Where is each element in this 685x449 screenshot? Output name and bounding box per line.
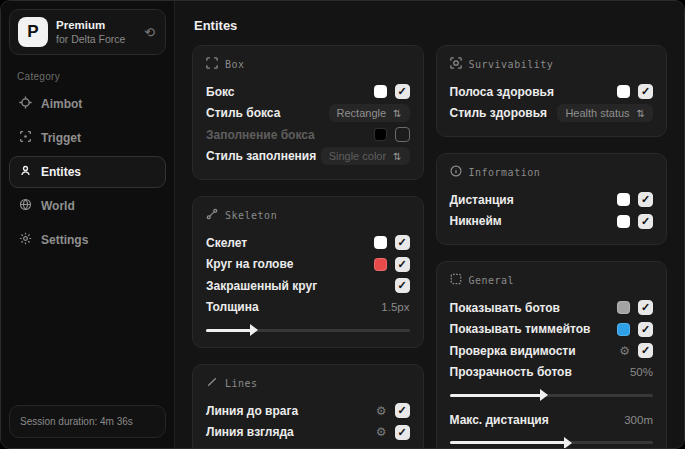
setting-label: Линия взгляда xyxy=(206,425,294,439)
slider-thumb[interactable] xyxy=(250,324,258,336)
check-icon: ✓ xyxy=(397,86,406,97)
setting-row: Круг на голове ✓ xyxy=(206,254,410,276)
check-icon: ✓ xyxy=(397,280,406,291)
chevron-updown-icon: ⇅ xyxy=(393,151,401,162)
check-icon: ✓ xyxy=(641,216,650,227)
panel-skeleton: Skeleton Скелет ✓ Круг на голове ✓ xyxy=(192,196,424,348)
panel-title: Skeleton xyxy=(225,210,277,221)
sidebar-item-aimbot[interactable]: Aimbot xyxy=(9,88,166,120)
slider-thumb[interactable] xyxy=(564,437,572,449)
setting-label: Стиль здоровья xyxy=(450,106,548,120)
bone-icon xyxy=(206,208,218,222)
checkbox[interactable]: ✓ xyxy=(395,257,410,272)
color-swatch[interactable] xyxy=(617,193,630,206)
checkbox[interactable]: ✓ xyxy=(395,403,410,418)
sidebar-item-label: Settings xyxy=(41,233,88,247)
check-icon: ✓ xyxy=(641,324,650,335)
globe-icon xyxy=(19,198,32,214)
setting-label: Бокс xyxy=(206,85,234,99)
slider-value: 1.5px xyxy=(381,301,409,313)
gear-icon[interactable]: ⚙ xyxy=(376,426,387,438)
panel-box: Box Бокс ✓ Стиль бокса Rectangle ⇅ xyxy=(192,45,424,180)
entities-icon xyxy=(19,164,32,180)
sidebar-item-entites[interactable]: Entites xyxy=(9,156,166,188)
setting-label: Закрашенный круг xyxy=(206,279,317,293)
setting-label: Показывать ботов xyxy=(450,301,560,315)
sidebar-item-settings[interactable]: Settings xyxy=(9,224,166,256)
setting-label: Круг на голове xyxy=(206,257,293,271)
panel-survivability: Survivability Полоса здоровья ✓ Стиль зд… xyxy=(436,45,668,137)
checkbox[interactable]: ✓ xyxy=(638,214,653,229)
gear-icon[interactable]: ⚙ xyxy=(619,345,630,357)
select-value: Rectangle xyxy=(337,107,387,119)
checkbox[interactable]: ✓ xyxy=(638,84,653,99)
trigger-icon xyxy=(19,130,32,146)
sidebar-item-label: Aimbot xyxy=(41,97,82,111)
setting-label: Скелет xyxy=(206,236,247,250)
sidebar-item-label: Trigget xyxy=(41,131,81,145)
bot-opacity-slider[interactable] xyxy=(450,390,654,400)
sidebar-item-label: Entites xyxy=(41,165,81,179)
chevron-updown-icon: ⇅ xyxy=(393,108,401,119)
checkbox[interactable]: ✓ xyxy=(395,425,410,440)
check-icon: ✓ xyxy=(641,194,650,205)
gear-icon[interactable]: ⚙ xyxy=(376,405,387,417)
slider-track xyxy=(450,394,654,397)
panel-lines: Lines Линия до врага ⚙ ✓ Линия взгляда ⚙ xyxy=(192,364,424,448)
sidebar-header-text: Premium for Delta Force xyxy=(56,18,134,46)
setting-row: Прозрачность ботов 50% xyxy=(450,362,654,384)
panel-information-header: Information xyxy=(450,165,654,179)
color-swatch[interactable] xyxy=(374,236,387,249)
checkbox[interactable]: ✓ xyxy=(395,84,410,99)
setting-label: Проверка видимости xyxy=(450,344,576,358)
color-swatch[interactable] xyxy=(617,323,630,336)
check-icon: ✓ xyxy=(397,427,406,438)
color-swatch[interactable] xyxy=(617,215,630,228)
checkbox[interactable]: ✓ xyxy=(638,322,653,337)
check-icon: ✓ xyxy=(397,259,406,270)
slider-track xyxy=(206,329,410,332)
color-swatch[interactable] xyxy=(374,258,387,271)
setting-label: Никнейм xyxy=(450,214,502,228)
setting-row: Дистанция ✓ xyxy=(450,189,654,211)
color-swatch[interactable] xyxy=(617,301,630,314)
checkbox[interactable]: ✓ xyxy=(395,127,410,142)
setting-label: Стиль заполнения xyxy=(206,149,316,163)
sync-icon[interactable]: ⟲ xyxy=(142,23,157,42)
setting-row: Показывать тиммейтов ✓ xyxy=(450,319,654,341)
color-swatch[interactable] xyxy=(374,85,387,98)
setting-row: Стиль заполнения Single color ⇅ xyxy=(206,146,410,168)
setting-row: Заполнение бокса ✓ xyxy=(206,124,410,146)
checkbox[interactable]: ✓ xyxy=(638,300,653,315)
checkbox[interactable]: ✓ xyxy=(638,192,653,207)
checkbox[interactable]: ✓ xyxy=(395,278,410,293)
health-style-select[interactable]: Health status ⇅ xyxy=(557,104,653,122)
checkbox[interactable]: ✓ xyxy=(638,343,653,358)
panel-box-header: Box xyxy=(206,57,410,71)
slider-thumb[interactable] xyxy=(540,389,548,401)
color-swatch[interactable] xyxy=(374,128,387,141)
app-title: Premium xyxy=(56,18,134,32)
app-subtitle: for Delta Force xyxy=(56,33,134,46)
thickness-slider[interactable] xyxy=(206,325,410,335)
setting-row: Показывать ботов ✓ xyxy=(450,297,654,319)
session-duration-box: Session duration: 4m 36s xyxy=(9,405,166,438)
sidebar: P Premium for Delta Force ⟲ Category Aim… xyxy=(1,1,175,448)
max-distance-slider[interactable] xyxy=(450,438,654,448)
color-swatch[interactable] xyxy=(617,85,630,98)
check-icon: ✓ xyxy=(397,405,406,416)
fill-style-select[interactable]: Single color ⇅ xyxy=(321,147,410,165)
sidebar-item-world[interactable]: World xyxy=(9,190,166,222)
checkbox[interactable]: ✓ xyxy=(395,235,410,250)
sidebar-nav: Aimbot Trigget Entites World Settings xyxy=(9,88,166,256)
setting-label: Линия до врага xyxy=(206,404,298,418)
sidebar-item-trigget[interactable]: Trigget xyxy=(9,122,166,154)
box-style-select[interactable]: Rectangle ⇅ xyxy=(329,104,410,122)
setting-row: Линия до врага ⚙ ✓ xyxy=(206,400,410,422)
slider-fill xyxy=(450,441,566,444)
setting-row: Линия взгляда ⚙ ✓ xyxy=(206,422,410,444)
category-label: Category xyxy=(17,71,166,82)
session-duration-text: Session duration: 4m 36s xyxy=(20,416,133,427)
check-icon: ✓ xyxy=(641,302,650,313)
main-content: Entites Box Бокс ✓ xyxy=(175,1,684,448)
